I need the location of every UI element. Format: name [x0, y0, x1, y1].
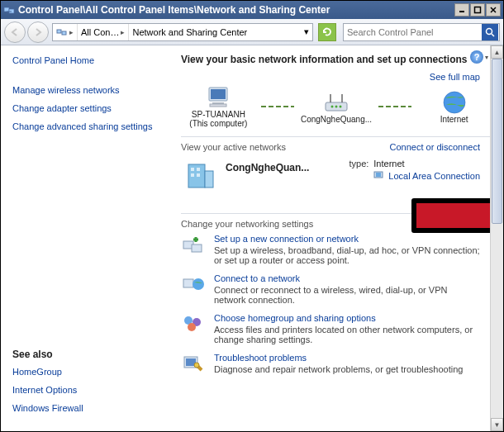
svg-rect-12 — [211, 89, 226, 99]
scroll-down-button[interactable]: ▼ — [491, 418, 503, 431]
node-router-label: CongNgheQuang... — [301, 115, 372, 124]
node-internet: Internet — [416, 90, 492, 124]
window-controls — [454, 3, 501, 17]
address-seg-1[interactable]: All Con… ▸ — [78, 24, 129, 40]
svg-rect-25 — [191, 168, 194, 171]
svg-rect-30 — [376, 173, 381, 177]
node-pc: SP-TUANANH (This computer) — [181, 85, 256, 128]
setting-item: Set up a new connection or network Set u… — [181, 234, 492, 265]
svg-point-40 — [194, 363, 199, 368]
svg-rect-7 — [57, 30, 61, 33]
local-area-connection-link[interactable]: Local Area Connection — [388, 171, 480, 181]
address-bar[interactable]: ▸ All Con… ▸ Network and Sharing Center … — [52, 23, 313, 41]
sidebar-link-adapter[interactable]: Change adapter settings — [12, 103, 163, 113]
forward-button[interactable] — [27, 21, 49, 43]
setting-item: Troubleshoot problems Diagnose and repai… — [181, 353, 492, 374]
minimize-button[interactable] — [454, 3, 469, 17]
close-button[interactable] — [486, 3, 501, 17]
toolbar: ▸ All Con… ▸ Network and Sharing Center … — [1, 19, 503, 45]
svg-point-19 — [335, 105, 338, 107]
troubleshoot-link[interactable]: Troubleshoot problems — [214, 353, 463, 363]
scrollbar[interactable]: ▲ ▼ — [490, 45, 503, 431]
node-pc-label2: (This computer) — [189, 119, 247, 128]
change-settings-heading: Change your networking settings — [181, 219, 313, 229]
seealso-internet-options[interactable]: Internet Options — [12, 385, 163, 395]
node-internet-label: Internet — [440, 115, 468, 124]
link-line — [378, 106, 411, 107]
address-root[interactable]: ▸ — [53, 24, 78, 40]
refresh-button[interactable] — [318, 23, 336, 41]
seealso-heading: See also — [12, 349, 163, 360]
page-heading: View your basic network information and … — [181, 54, 492, 65]
troubleshoot-desc: Diagnose and repair network problems, or… — [214, 364, 463, 374]
app-icon — [3, 4, 15, 16]
sidebar-home-link[interactable]: Control Panel Home — [12, 55, 163, 65]
router-icon — [321, 90, 351, 115]
search-input[interactable] — [344, 27, 482, 37]
address-dropdown[interactable]: ▾ — [301, 26, 312, 37]
svg-rect-14 — [210, 104, 226, 107]
back-button[interactable] — [4, 21, 26, 43]
sidebar: Control Panel Home Manage wireless netwo… — [1, 45, 174, 431]
connect-network-desc: Connect or reconnect to a wireless, wire… — [214, 285, 447, 305]
seealso-homegroup[interactable]: HomeGroup — [12, 367, 163, 377]
svg-point-18 — [331, 105, 334, 107]
troubleshoot-icon — [181, 353, 206, 374]
svg-rect-24 — [205, 171, 213, 188]
svg-point-20 — [340, 105, 342, 107]
setting-item: Connect to a network Connect or reconnec… — [181, 273, 492, 305]
svg-rect-28 — [197, 173, 200, 177]
see-full-map-link[interactable]: See full map — [430, 72, 480, 82]
access-type-value: Internet — [373, 159, 404, 169]
scroll-thumb[interactable] — [492, 59, 502, 224]
connect-network-icon — [181, 273, 206, 295]
setup-connection-desc: Set up a wireless, broadband, dial-up, a… — [214, 245, 480, 265]
svg-rect-32 — [192, 244, 202, 252]
svg-point-34 — [193, 278, 204, 290]
active-networks-heading: View your active networks — [181, 142, 286, 152]
help-button[interactable]: ?▾ — [470, 50, 488, 64]
svg-point-9 — [487, 28, 492, 34]
homegroup-link[interactable]: Choose homegroup and sharing options — [214, 313, 480, 323]
access-type-label: type: — [334, 159, 368, 169]
active-network-name: CongNgheQuan... — [226, 162, 309, 173]
seealso-windows-firewall[interactable]: Windows Firewall — [12, 403, 163, 413]
node-router: CongNgheQuang... — [299, 90, 374, 124]
svg-rect-8 — [62, 31, 66, 35]
node-pc-label1: SP-TUANANH — [192, 110, 245, 119]
homegroup-icon — [181, 313, 206, 335]
network-icon — [181, 159, 217, 193]
sidebar-link-advanced[interactable]: Change advanced sharing settings — [12, 121, 163, 131]
setup-connection-icon — [181, 234, 206, 255]
window-title: Control Panel\All Control Panel Items\Ne… — [18, 4, 454, 16]
svg-rect-26 — [197, 168, 200, 171]
search-button[interactable] — [482, 24, 498, 40]
connect-network-link[interactable]: Connect to a network — [214, 273, 480, 283]
network-map: SP-TUANANH (This computer) CongNgheQuang… — [181, 85, 492, 128]
connect-disconnect-link[interactable]: Connect or disconnect — [390, 142, 492, 152]
titlebar: Control Panel\All Control Panel Items\Ne… — [1, 1, 503, 19]
svg-rect-4 — [475, 7, 481, 13]
scroll-up-button[interactable]: ▲ — [491, 45, 503, 59]
pc-icon — [203, 85, 233, 110]
svg-rect-33 — [183, 279, 193, 287]
svg-rect-0 — [4, 7, 9, 12]
sidebar-link-wireless[interactable]: Manage wireless networks — [12, 85, 163, 95]
search-box[interactable] — [343, 23, 500, 41]
address-seg-2[interactable]: Network and Sharing Center — [129, 24, 250, 40]
connection-icon — [373, 170, 383, 182]
setup-connection-link[interactable]: Set up a new connection or network — [214, 234, 480, 244]
main-panel: ?▾ View your basic network information a… — [174, 45, 503, 431]
homegroup-desc: Access files and printers located on oth… — [214, 325, 473, 344]
link-line — [261, 106, 294, 107]
maximize-button[interactable] — [470, 3, 485, 17]
setting-item: Choose homegroup and sharing options Acc… — [181, 313, 492, 344]
svg-rect-27 — [191, 173, 194, 177]
svg-point-37 — [188, 323, 196, 331]
svg-line-10 — [492, 34, 494, 36]
globe-icon — [440, 90, 469, 115]
